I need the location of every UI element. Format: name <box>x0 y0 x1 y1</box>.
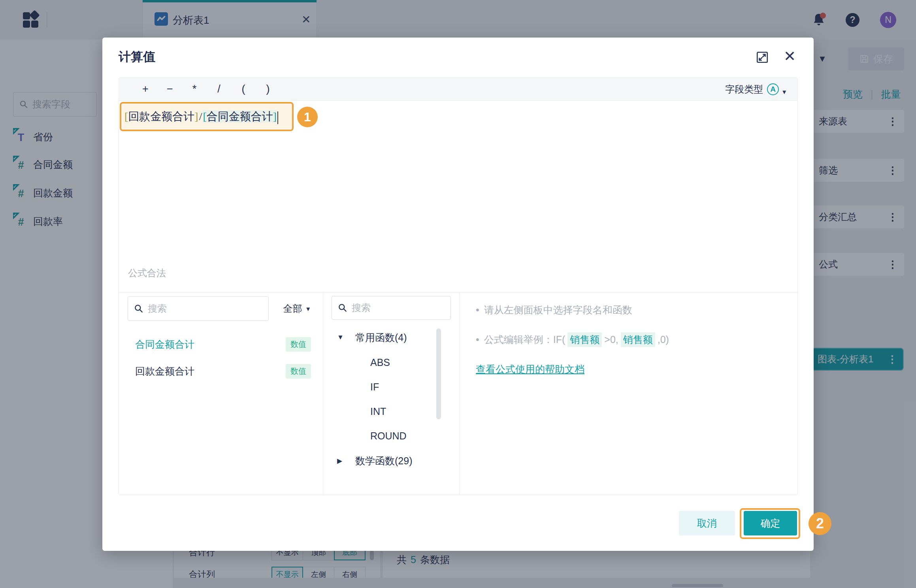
example-field-highlight: 销售额 <box>567 332 602 347</box>
text-cursor <box>277 111 278 124</box>
formula-editor-box: + − * / ( ) 字段类型 A ▼ 公式合法 <box>119 77 798 495</box>
function-group-common[interactable]: ▼ 常用函数(4) <box>332 330 451 345</box>
functions-search[interactable] <box>332 296 451 320</box>
operator-multiply[interactable]: * <box>186 83 203 95</box>
search-icon <box>134 303 144 314</box>
annotation-step1-badge: 1 <box>297 107 318 127</box>
annotation-step2-badge: 2 <box>809 512 831 535</box>
field-type-tag: 数值 <box>286 364 311 379</box>
annotation-step2-box <box>740 508 800 539</box>
field-type-tag: 数值 <box>286 337 311 352</box>
operator-divide[interactable]: / <box>211 83 227 95</box>
fields-search[interactable] <box>128 296 269 321</box>
formula-status: 公式合法 <box>128 267 166 279</box>
functions-panel: ▼ 常用函数(4) ABS IF INT ROUND ▶ 数学函数(29) <box>323 292 460 495</box>
bullet-icon: • <box>476 304 479 316</box>
tree-collapsed-icon[interactable]: ▶ <box>337 457 345 465</box>
fields-panel: 全部 ▼ 合同金额合计 数值 回款金额合计 数值 <box>119 292 323 495</box>
field-filter-value: 全部 <box>283 302 302 315</box>
function-group-label: 常用函数(4) <box>355 331 407 344</box>
field-item-name: 合同金额合计 <box>135 338 194 351</box>
search-icon <box>337 303 348 313</box>
formula-expression[interactable]: [回款金额合计]/[合同金额合计] <box>124 109 278 124</box>
field-item-payment-total[interactable]: 回款金额合计 数值 <box>128 364 311 379</box>
help-tip-2: • 公式编辑举例：IF( 销售额 >0, 销售额 ,0) <box>476 332 786 347</box>
function-group-label: 数学函数(29) <box>355 454 412 467</box>
operator-open-paren[interactable]: ( <box>235 83 252 95</box>
expand-dialog-icon[interactable] <box>755 50 769 64</box>
function-item-int[interactable]: INT <box>332 404 451 418</box>
field-item-name: 回款金额合计 <box>135 365 194 378</box>
fields-search-input[interactable] <box>148 303 263 314</box>
operator-plus[interactable]: + <box>137 83 154 95</box>
bullet-icon: • <box>476 334 479 345</box>
chevron-down-icon: ▼ <box>305 305 311 312</box>
operator-minus[interactable]: − <box>162 83 178 95</box>
operator-toolbar: + − * / ( ) 字段类型 A ▼ <box>119 78 797 101</box>
reference-panels: 全部 ▼ 合同金额合计 数值 回款金额合计 数值 <box>119 292 797 495</box>
field-type-auto-icon[interactable]: A <box>767 83 779 95</box>
annotation-step1-box: [回款金额合计]/[合同金额合计] <box>120 102 294 131</box>
tree-expanded-icon[interactable]: ▼ <box>337 334 345 341</box>
example-field-highlight: 销售额 <box>621 332 655 347</box>
field-filter-dropdown[interactable]: 全部 ▼ <box>283 302 311 315</box>
close-dialog-icon[interactable]: ✕ <box>784 48 796 65</box>
field-type-label: 字段类型 <box>725 83 763 96</box>
function-item-abs[interactable]: ABS <box>332 355 451 369</box>
app-window: 分析表1 ✕ ? N T ✓ 省份 # ✓ <box>0 0 916 588</box>
functions-search-input[interactable] <box>352 302 445 313</box>
operator-close-paren[interactable]: ) <box>260 83 276 95</box>
field-item-contract-total[interactable]: 合同金额合计 数值 <box>128 337 311 352</box>
function-group-math[interactable]: ▶ 数学函数(29) <box>332 453 451 468</box>
function-item-if[interactable]: IF <box>332 380 451 394</box>
dialog-title: 计算值 <box>119 49 155 65</box>
field-type-caret-icon[interactable]: ▼ <box>781 89 787 95</box>
help-panel: • 请从左侧面板中选择字段名和函数 • 公式编辑举例：IF( 销售额 >0, 销… <box>460 292 797 495</box>
formula-help-doc-link[interactable]: 查看公式使用的帮助文档 <box>476 363 786 376</box>
functions-scrollbar[interactable] <box>436 328 441 419</box>
cancel-button[interactable]: 取消 <box>679 511 735 535</box>
help-tip-1: • 请从左侧面板中选择字段名和函数 <box>476 303 786 317</box>
function-item-round[interactable]: ROUND <box>332 429 451 443</box>
